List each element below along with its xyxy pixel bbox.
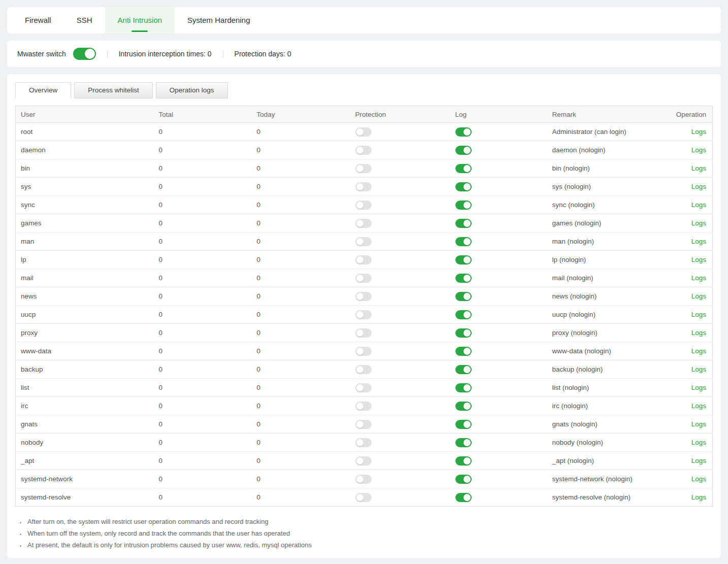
logs-link[interactable]: Logs — [691, 311, 706, 318]
total-cell: 0 — [154, 233, 252, 251]
table-row: www-data 0 0 www-data (nologin) Logs — [16, 342, 713, 360]
master-switch-toggle[interactable] — [73, 48, 96, 60]
protection-toggle[interactable] — [355, 127, 372, 137]
toggle-knob — [464, 165, 471, 172]
logs-link[interactable]: Logs — [691, 274, 706, 282]
logs-link[interactable]: Logs — [691, 146, 706, 154]
log-toggle[interactable] — [455, 255, 472, 264]
logs-link[interactable]: Logs — [691, 292, 706, 300]
subtab-overview[interactable]: Overview — [15, 82, 71, 98]
logs-link[interactable]: Logs — [691, 457, 706, 465]
total-cell: 0 — [154, 214, 252, 233]
user-cell: bin — [16, 159, 154, 178]
total-cell: 0 — [154, 324, 252, 342]
log-toggle[interactable] — [455, 237, 472, 246]
protection-toggle[interactable] — [355, 383, 372, 392]
tab-anti-intrusion[interactable]: Anti Intrusion — [105, 7, 175, 34]
subtab-process-whitelist[interactable]: Process whitelist — [74, 82, 153, 98]
toggle-knob — [356, 220, 363, 227]
table-row: news 0 0 news (nologin) Logs — [16, 287, 713, 306]
protection-toggle[interactable] — [355, 328, 372, 338]
log-toggle[interactable] — [455, 219, 472, 228]
logs-link[interactable]: Logs — [691, 128, 706, 136]
log-toggle[interactable] — [455, 456, 472, 466]
protection-toggle[interactable] — [355, 201, 372, 210]
log-toggle[interactable] — [455, 182, 472, 191]
protection-toggle[interactable] — [355, 365, 372, 374]
table-row: games 0 0 games (nologin) Logs — [16, 214, 713, 233]
log-toggle[interactable] — [455, 420, 472, 429]
logs-link[interactable]: Logs — [691, 256, 706, 263]
log-toggle[interactable] — [455, 310, 472, 319]
log-toggle[interactable] — [455, 383, 472, 392]
logs-link[interactable]: Logs — [691, 329, 706, 337]
log-toggle[interactable] — [455, 127, 472, 137]
user-cell: sys — [16, 178, 154, 196]
log-cell-wrap — [450, 379, 547, 397]
logs-link[interactable]: Logs — [691, 164, 706, 172]
protection-toggle[interactable] — [355, 475, 372, 484]
user-cell: man — [16, 233, 154, 251]
protection-toggle[interactable] — [355, 438, 372, 447]
tab-firewall[interactable]: Firewall — [12, 7, 64, 34]
logs-link[interactable]: Logs — [691, 384, 706, 391]
remark-cell: systemd-network (nologin) — [547, 470, 651, 488]
operation-cell: Logs — [651, 251, 713, 269]
remark-cell: Administrator (can login) — [547, 123, 651, 141]
remark-cell: proxy (nologin) — [547, 324, 651, 342]
logs-link[interactable]: Logs — [691, 238, 706, 245]
tab-system-hardening[interactable]: System Hardening — [175, 7, 262, 34]
protection-cell-wrap — [350, 233, 450, 251]
remark-cell: mail (nologin) — [547, 269, 651, 287]
protection-toggle[interactable] — [355, 456, 372, 466]
logs-link[interactable]: Logs — [691, 420, 706, 428]
protection-toggle[interactable] — [355, 274, 372, 283]
operation-cell: Logs — [651, 178, 713, 196]
protection-cell-wrap — [350, 123, 450, 141]
toggle-knob — [464, 293, 471, 300]
logs-link[interactable]: Logs — [691, 493, 706, 501]
log-toggle[interactable] — [455, 438, 472, 447]
log-toggle[interactable] — [455, 201, 472, 210]
log-toggle[interactable] — [455, 475, 472, 484]
toggle-knob — [464, 494, 471, 501]
log-toggle[interactable] — [455, 402, 472, 411]
logs-link[interactable]: Logs — [691, 475, 706, 483]
log-toggle[interactable] — [455, 347, 472, 356]
logs-link[interactable]: Logs — [691, 439, 706, 446]
protection-toggle[interactable] — [355, 164, 372, 173]
protection-toggle[interactable] — [355, 292, 372, 301]
protection-toggle[interactable] — [355, 182, 372, 191]
total-cell: 0 — [154, 269, 252, 287]
protection-toggle[interactable] — [355, 146, 372, 155]
remark-cell: www-data (nologin) — [547, 342, 651, 360]
log-toggle[interactable] — [455, 292, 472, 301]
log-toggle[interactable] — [455, 164, 472, 173]
tab-ssh[interactable]: SSH — [64, 7, 105, 34]
protection-toggle[interactable] — [355, 493, 372, 502]
log-toggle[interactable] — [455, 493, 472, 502]
logs-link[interactable]: Logs — [691, 219, 706, 227]
protection-cell-wrap — [350, 360, 450, 379]
user-cell: mail — [16, 269, 154, 287]
protection-toggle[interactable] — [355, 420, 372, 429]
logs-link[interactable]: Logs — [691, 402, 706, 410]
operation-cell: Logs — [651, 360, 713, 379]
table-row: root 0 0 Administrator (can login) Logs — [16, 123, 713, 141]
log-toggle[interactable] — [455, 146, 472, 155]
protection-toggle[interactable] — [355, 237, 372, 246]
protection-toggle[interactable] — [355, 255, 372, 264]
protection-toggle[interactable] — [355, 310, 372, 319]
protection-toggle[interactable] — [355, 219, 372, 228]
logs-link[interactable]: Logs — [691, 201, 706, 209]
toggle-knob — [356, 183, 363, 190]
protection-toggle[interactable] — [355, 402, 372, 411]
subtab-operation-logs[interactable]: Operation logs — [156, 82, 228, 98]
logs-link[interactable]: Logs — [691, 183, 706, 190]
protection-toggle[interactable] — [355, 347, 372, 356]
logs-link[interactable]: Logs — [691, 347, 706, 355]
log-toggle[interactable] — [455, 274, 472, 283]
logs-link[interactable]: Logs — [691, 366, 706, 373]
log-toggle[interactable] — [455, 365, 472, 374]
log-toggle[interactable] — [455, 328, 472, 338]
